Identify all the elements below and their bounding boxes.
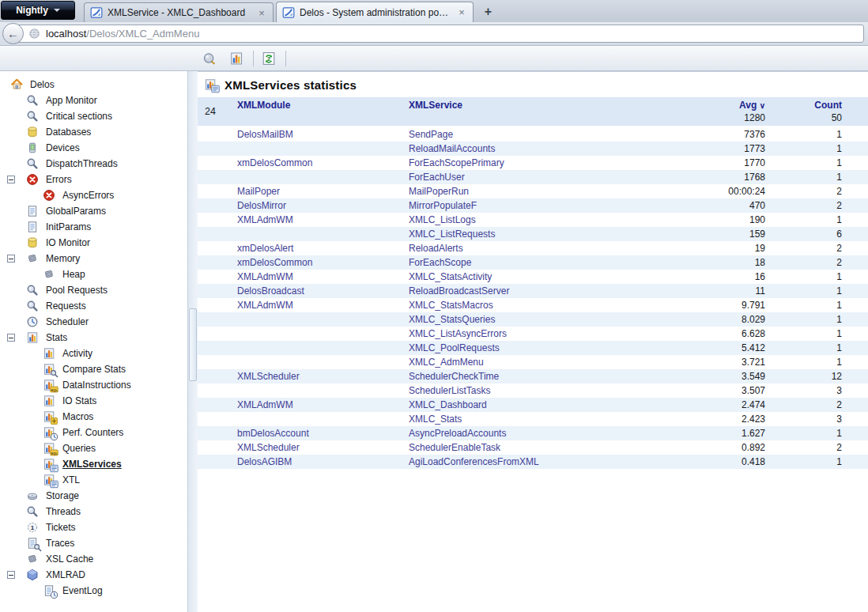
column-header-xmlmodule[interactable]: XMLModule: [237, 97, 409, 126]
back-button[interactable]: ←: [2, 23, 24, 44]
table-row: ReloadMailAccounts17731: [198, 142, 868, 156]
chart-plus-icon: [43, 410, 56, 423]
toolbar-separator: [253, 51, 254, 66]
sidebar-item-devices[interactable]: Devices: [0, 140, 187, 156]
tab-close-icon[interactable]: ×: [256, 7, 267, 19]
sidebar-item-initparams[interactable]: InitParams: [0, 219, 187, 235]
cell-avg: 2.423: [647, 414, 765, 425]
table-row: XMLC_Stats2.4233: [198, 412, 868, 426]
sidebar-item-io-stats[interactable]: IO Stats: [0, 393, 187, 409]
sidebar-item-delos[interactable]: Delos: [0, 77, 187, 93]
tree-item-label: Memory: [46, 253, 80, 264]
sidebar-item-heap[interactable]: Heap: [0, 266, 187, 282]
toolbar-separator: [285, 51, 286, 66]
cell-avg: 1773: [647, 143, 765, 154]
tree-item-label: Activity: [62, 348, 92, 359]
cell-service: ReloadMailAccounts: [409, 143, 647, 154]
cell-avg: 16: [647, 271, 765, 282]
doc-clock-icon: [43, 584, 56, 597]
collapse-expander-icon[interactable]: [7, 176, 15, 183]
sidebar-item-memory[interactable]: Memory: [0, 251, 187, 266]
sidebar-item-xsl-cache[interactable]: XSL Cache: [0, 551, 187, 567]
tree-item-label: AsyncErrors: [62, 190, 114, 201]
sidebar-item-xmlrad[interactable]: XMLRAD: [0, 567, 187, 583]
cell-avg: 19: [647, 243, 765, 254]
sidebar-item-io-monitor[interactable]: IO Monitor: [0, 235, 187, 251]
collapse-expander-icon[interactable]: [7, 571, 15, 579]
chart-icon: [26, 331, 40, 344]
cell-module: XMLAdmWM: [237, 300, 409, 311]
cell-avg: 3.549: [647, 371, 765, 382]
app-menu-button[interactable]: Nightly: [1, 1, 75, 20]
collapse-expander-icon[interactable]: [7, 334, 15, 342]
sidebar-item-scheduler[interactable]: Scheduler: [0, 314, 187, 330]
database-icon: [26, 126, 40, 138]
sidebar-item-dispatchthreads[interactable]: DispatchThreads: [0, 156, 187, 172]
sidebar-item-compare-stats[interactable]: Compare Stats: [0, 361, 187, 377]
tree-item-label: EventLog: [62, 585, 103, 596]
column-header-xmlservice[interactable]: XMLService: [409, 97, 647, 126]
stats-chart-button[interactable]: [226, 49, 247, 68]
scrollbar-thumb[interactable]: [189, 308, 197, 381]
sidebar-item-stats[interactable]: Stats: [0, 330, 187, 346]
column-header-count[interactable]: Count 50: [765, 97, 842, 126]
refresh-icon: [262, 51, 276, 66]
table-row: XMLAdmWMXMLC_Dashboard2.4742: [198, 398, 868, 412]
cell-count: 12: [765, 371, 842, 382]
refresh-frame-button[interactable]: [259, 49, 279, 68]
sidebar-item-app-monitor[interactable]: App Monitor: [0, 93, 187, 108]
count-label: Count: [765, 100, 842, 111]
tree-item-label: Storage: [46, 490, 79, 501]
cell-avg: 7376: [647, 129, 765, 140]
sidebar-item-pool-requests[interactable]: Pool Requests: [0, 282, 187, 298]
sidebar-item-traces[interactable]: Traces: [0, 535, 187, 551]
sidebar-item-eventlog[interactable]: EventLog: [0, 583, 187, 599]
url-input[interactable]: localhost/Delos/XMLC_AdmMenu: [13, 25, 864, 43]
error-icon: [43, 189, 56, 202]
sidebar-item-databases[interactable]: Databases: [0, 124, 187, 140]
sidebar-item-errors[interactable]: Errors: [0, 172, 187, 187]
magnifier-icon: [26, 157, 40, 170]
tree-item-label: InitParams: [46, 221, 91, 232]
sidebar-item-perf-counters[interactable]: Perf. Counters: [0, 425, 187, 440]
sidebar-item-datainstructions[interactable]: DataInstructions: [0, 377, 187, 393]
new-tab-button[interactable]: +: [477, 4, 499, 20]
tab-delos-admin-portal[interactable]: Delos - System administration portal ×: [276, 2, 474, 22]
cell-avg: 18: [647, 257, 765, 268]
table-row: DelosAGIBMAgiLoadConferencesFromXML0.418…: [198, 455, 868, 469]
sidebar-item-activity[interactable]: Activity: [0, 346, 187, 361]
tab-close-icon[interactable]: ×: [456, 6, 467, 18]
table-row: XMLSchedulerSchedulerCheckTime3.54912: [198, 369, 868, 383]
sidebar-item-threads[interactable]: Threads: [0, 504, 187, 519]
chart-sql-icon: [43, 379, 56, 391]
sidebar-item-globalparams[interactable]: GlobalParams: [0, 203, 187, 219]
collapse-expander-icon[interactable]: [7, 255, 15, 263]
cell-count: 2: [765, 442, 842, 453]
zoom-tool-button[interactable]: [199, 49, 220, 68]
sidebar-item-critical-sections[interactable]: Critical sections: [0, 108, 187, 124]
table-row: bmDelosAccountAsyncPreloadAccounts1.6271: [198, 426, 868, 440]
sidebar-item-asyncerrors[interactable]: AsyncErrors: [0, 187, 187, 203]
sidebar-item-queries[interactable]: Queries: [0, 440, 187, 456]
sidebar-item-tickets[interactable]: Tickets: [0, 519, 187, 535]
cell-service: XMLC_StatsMacros: [409, 300, 647, 311]
sidebar-item-storage[interactable]: Storage: [0, 488, 187, 504]
cell-service: ReloadBroadcastServer: [409, 285, 647, 297]
chip-icon: [26, 252, 40, 265]
url-path: /Delos/XMLC_AdmMenu: [86, 28, 199, 40]
database-icon: [26, 236, 40, 249]
cell-module: XMLScheduler: [237, 371, 409, 382]
sidebar-item-macros[interactable]: Macros: [0, 409, 187, 425]
column-header-avg[interactable]: Avg ∨ 1280: [647, 97, 765, 126]
main-area: DelosApp MonitorCritical sectionsDatabas…: [0, 71, 868, 612]
tab-xmlc-dashboard[interactable]: XMLService - XMLC_Dashboard ×: [84, 2, 274, 22]
sidebar-item-requests[interactable]: Requests: [0, 298, 187, 314]
cell-count: 1: [765, 328, 842, 339]
sidebar-item-xtl[interactable]: XTL: [0, 472, 187, 488]
sidebar-item-xmlservices[interactable]: XMLServices: [0, 456, 187, 472]
cell-count: 2: [765, 257, 842, 268]
row-count: 24: [198, 97, 237, 126]
sidebar-scrollbar[interactable]: [187, 71, 198, 612]
tree-item-label: Requests: [46, 300, 86, 312]
tree-item-label: DispatchThreads: [46, 158, 118, 169]
